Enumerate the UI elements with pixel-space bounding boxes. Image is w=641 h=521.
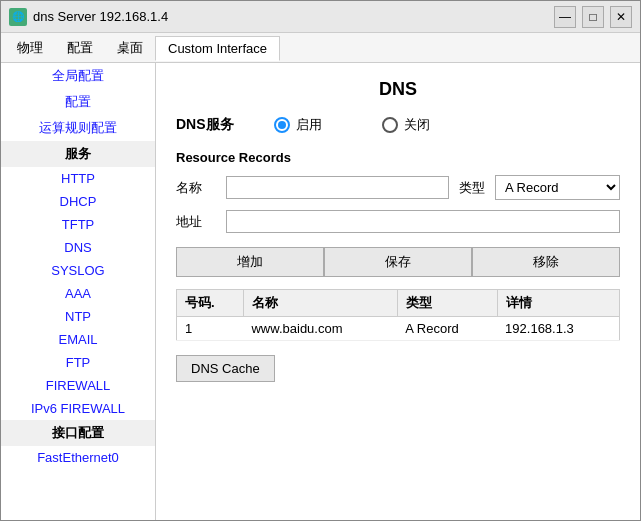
address-label: 地址	[176, 213, 216, 231]
sidebar-item-aaa[interactable]: AAA	[1, 282, 155, 305]
cell-detail: 192.168.1.3	[497, 317, 619, 341]
sidebar-item-dns[interactable]: DNS	[1, 236, 155, 259]
menu-item-desktop[interactable]: 桌面	[105, 35, 155, 61]
sidebar-category-interface: 接口配置	[1, 420, 155, 446]
close-button[interactable]: ✕	[610, 6, 632, 28]
save-button[interactable]: 保存	[324, 247, 472, 277]
radio-disabled-label: 关闭	[404, 116, 430, 134]
col-header-type: 类型	[397, 290, 497, 317]
radio-enabled-circle[interactable]	[274, 117, 290, 133]
resource-records-title: Resource Records	[176, 150, 620, 165]
cell-name: www.baidu.com	[243, 317, 397, 341]
sidebar-item-firewall[interactable]: FIREWALL	[1, 374, 155, 397]
window-controls: — □ ✕	[554, 6, 632, 28]
maximize-button[interactable]: □	[582, 6, 604, 28]
sidebar: 全局配置 配置 运算规则配置 服务 HTTP DHCP TFTP DNS SYS…	[1, 63, 156, 520]
address-row: 地址	[176, 210, 620, 233]
content-area: 全局配置 配置 运算规则配置 服务 HTTP DHCP TFTP DNS SYS…	[1, 63, 640, 520]
col-header-detail: 详情	[497, 290, 619, 317]
main-window: 🌐 dns Server 192.168.1.4 — □ ✕ 物理 配置 桌面 …	[0, 0, 641, 521]
sidebar-item-http[interactable]: HTTP	[1, 167, 155, 190]
dns-cache-button[interactable]: DNS Cache	[176, 355, 275, 382]
radio-enabled-label: 启用	[296, 116, 322, 134]
window-title: dns Server 192.168.1.4	[33, 9, 554, 24]
col-header-name: 名称	[243, 290, 397, 317]
radio-disabled[interactable]: 关闭	[382, 116, 430, 134]
sidebar-item-fastethernet0[interactable]: FastEthernet0	[1, 446, 155, 469]
sidebar-category-services: 服务	[1, 141, 155, 167]
panel-title: DNS	[176, 79, 620, 100]
sidebar-item-ntp[interactable]: NTP	[1, 305, 155, 328]
name-input[interactable]	[226, 176, 449, 199]
sidebar-item-email[interactable]: EMAIL	[1, 328, 155, 351]
type-select[interactable]: A Record AAAA Record CNAME Record MX Rec…	[495, 175, 620, 200]
type-label: 类型	[459, 179, 485, 197]
address-input[interactable]	[226, 210, 620, 233]
action-buttons: 增加 保存 移除	[176, 247, 620, 277]
radio-disabled-circle[interactable]	[382, 117, 398, 133]
table-row[interactable]: 1 www.baidu.com A Record 192.168.1.3	[177, 317, 620, 341]
sidebar-item-syslog[interactable]: SYSLOG	[1, 259, 155, 282]
cell-num: 1	[177, 317, 244, 341]
add-button[interactable]: 增加	[176, 247, 324, 277]
dns-service-label: DNS服务	[176, 116, 234, 134]
sidebar-item-global-config[interactable]: 全局配置	[1, 63, 155, 89]
dns-service-row: DNS服务 启用 关闭	[176, 116, 620, 134]
menu-item-config[interactable]: 配置	[55, 35, 105, 61]
sidebar-item-ipv6-firewall[interactable]: IPv6 FIREWALL	[1, 397, 155, 420]
remove-button[interactable]: 移除	[472, 247, 620, 277]
sidebar-scroll[interactable]: 全局配置 配置 运算规则配置 服务 HTTP DHCP TFTP DNS SYS…	[1, 63, 155, 520]
sidebar-item-config[interactable]: 配置	[1, 89, 155, 115]
minimize-button[interactable]: —	[554, 6, 576, 28]
name-label: 名称	[176, 179, 216, 197]
records-table: 号码. 名称 类型 详情 1 www.baidu.com A Record 19…	[176, 289, 620, 341]
radio-enabled[interactable]: 启用	[274, 116, 322, 134]
col-header-num: 号码.	[177, 290, 244, 317]
sidebar-item-ftp[interactable]: FTP	[1, 351, 155, 374]
cell-type: A Record	[397, 317, 497, 341]
name-type-row: 名称 类型 A Record AAAA Record CNAME Record …	[176, 175, 620, 200]
menu-item-custom-interface[interactable]: Custom Interface	[155, 36, 280, 61]
sidebar-item-dhcp[interactable]: DHCP	[1, 190, 155, 213]
sidebar-item-rules-config[interactable]: 运算规则配置	[1, 115, 155, 141]
sidebar-item-tftp[interactable]: TFTP	[1, 213, 155, 236]
menu-bar: 物理 配置 桌面 Custom Interface	[1, 33, 640, 63]
app-icon: 🌐	[9, 8, 27, 26]
main-panel: DNS DNS服务 启用 关闭 Resource Records 名称 类型	[156, 63, 640, 520]
menu-item-physics[interactable]: 物理	[5, 35, 55, 61]
title-bar: 🌐 dns Server 192.168.1.4 — □ ✕	[1, 1, 640, 33]
